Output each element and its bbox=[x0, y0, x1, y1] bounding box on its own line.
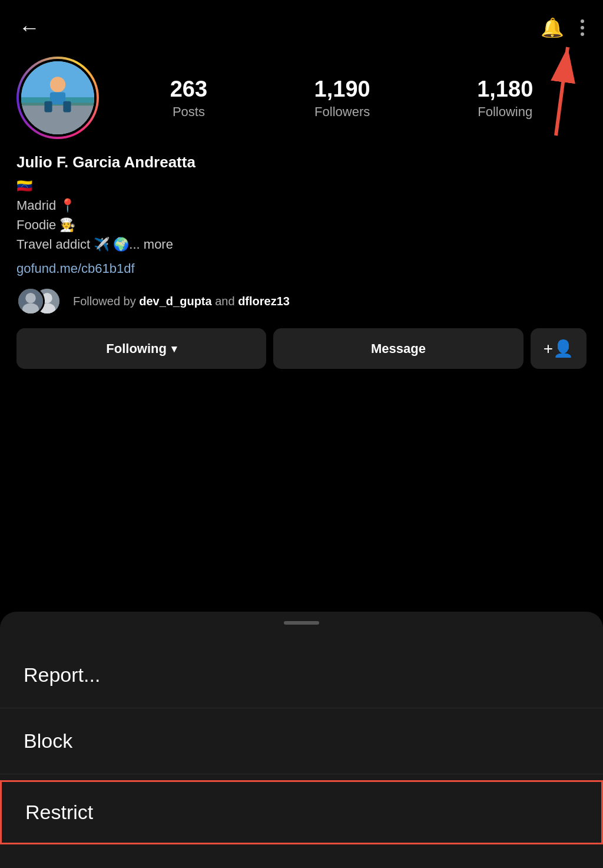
follower-avatars bbox=[16, 287, 64, 315]
bio-line1: 🇻🇪 bbox=[16, 176, 587, 196]
posts-count: 263 bbox=[170, 77, 207, 102]
action-buttons: Following ▾ Message +👤 bbox=[16, 328, 587, 369]
svg-rect-3 bbox=[21, 103, 94, 134]
nav-right-actions: 🔔 bbox=[541, 16, 584, 39]
svg-point-11 bbox=[22, 303, 39, 316]
avatar-ring bbox=[16, 57, 99, 139]
following-stat[interactable]: 1,180 Following bbox=[477, 77, 533, 120]
svg-point-10 bbox=[25, 293, 36, 303]
add-person-icon: +👤 bbox=[544, 339, 574, 358]
avatar-inner bbox=[19, 59, 97, 137]
profile-name: Julio F. Garcia Andreatta bbox=[16, 153, 587, 171]
notification-bell-icon[interactable]: 🔔 bbox=[541, 16, 564, 39]
bio-line2: Madrid 📍 bbox=[16, 196, 587, 215]
profile-header: 263 Posts 1,190 Followers 1,180 Followin… bbox=[16, 57, 587, 139]
dot-1 bbox=[581, 19, 584, 23]
svg-point-5 bbox=[50, 77, 65, 92]
back-button[interactable]: ← bbox=[19, 17, 40, 38]
posts-label: Posts bbox=[173, 104, 205, 120]
message-button[interactable]: Message bbox=[273, 328, 523, 369]
top-navigation: ← 🔔 bbox=[0, 0, 603, 51]
follower-user2[interactable]: dflorez13 bbox=[238, 295, 290, 308]
profile-link[interactable]: gofund.me/cb61b1df bbox=[16, 261, 587, 276]
dot-2 bbox=[581, 26, 584, 29]
followed-by-section: Followed by dev_d_gupta and dflorez13 bbox=[16, 287, 587, 315]
following-label: Following bbox=[106, 341, 167, 357]
chevron-down-icon: ▾ bbox=[171, 342, 177, 355]
followed-by-middle: and bbox=[212, 295, 238, 308]
profile-section: 263 Posts 1,190 Followers 1,180 Followin… bbox=[0, 51, 603, 381]
svg-rect-6 bbox=[50, 93, 65, 105]
block-item[interactable]: Block bbox=[0, 708, 603, 774]
avatar[interactable] bbox=[21, 61, 94, 134]
add-friend-button[interactable]: +👤 bbox=[531, 328, 587, 369]
followed-by-prefix: Followed by bbox=[73, 295, 139, 308]
followers-label: Followers bbox=[314, 104, 370, 120]
following-label: Following bbox=[478, 104, 532, 120]
bio-line3: Foodie 🧑‍🍳 bbox=[16, 215, 587, 235]
bio-line4: Travel addict ✈️ 🌍... more bbox=[16, 235, 587, 254]
more-options-button[interactable] bbox=[581, 19, 584, 36]
stats-row: 263 Posts 1,190 Followers 1,180 Followin… bbox=[117, 77, 587, 120]
sheet-handle bbox=[284, 621, 319, 625]
following-button[interactable]: Following ▾ bbox=[16, 328, 266, 369]
bottom-sheet: Report... Block Restrict bbox=[0, 612, 603, 868]
report-item[interactable]: Report... bbox=[0, 642, 603, 708]
followed-by-text: Followed by dev_d_gupta and dflorez13 bbox=[73, 295, 290, 308]
follower-avatar-1 bbox=[16, 287, 45, 315]
posts-stat[interactable]: 263 Posts bbox=[170, 77, 207, 120]
following-count: 1,180 bbox=[477, 77, 533, 102]
followers-count: 1,190 bbox=[314, 77, 370, 102]
followers-stat[interactable]: 1,190 Followers bbox=[314, 77, 370, 120]
svg-rect-8 bbox=[63, 101, 71, 113]
profile-bio: 🇻🇪 Madrid 📍 Foodie 🧑‍🍳 Travel addict ✈️ … bbox=[16, 176, 587, 254]
follower-user1[interactable]: dev_d_gupta bbox=[139, 295, 211, 308]
restrict-item[interactable]: Restrict bbox=[0, 780, 603, 844]
dot-3 bbox=[581, 32, 584, 36]
svg-rect-7 bbox=[44, 101, 52, 113]
